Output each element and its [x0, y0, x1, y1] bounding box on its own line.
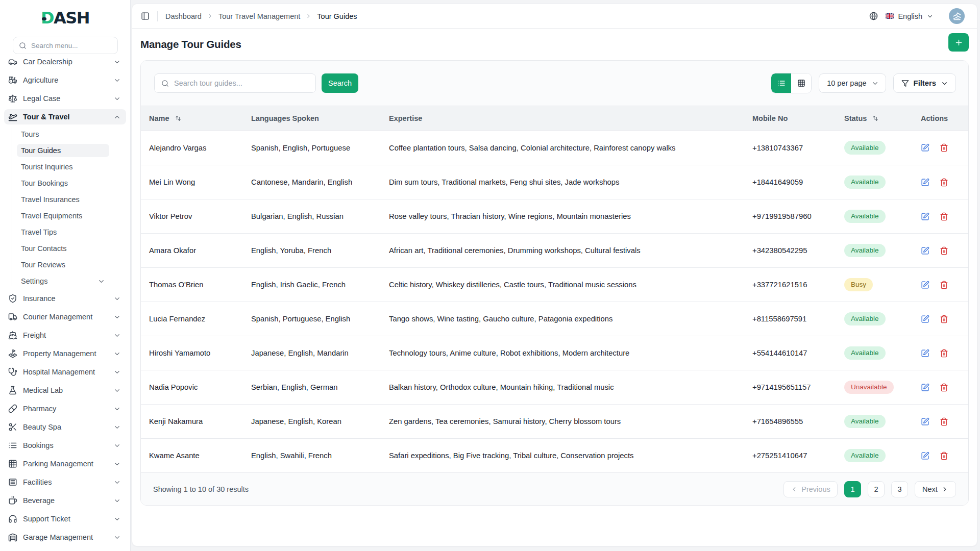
edit-pencil-icon [921, 212, 929, 221]
sidebar-item-agriculture[interactable]: Agriculture [4, 72, 126, 88]
subitem-label: Tour Guides [21, 146, 61, 155]
filters-button[interactable]: Filters [893, 73, 956, 93]
sidebar-item-insurance[interactable]: Insurance [4, 291, 126, 306]
nav-item-label: Agriculture [23, 76, 58, 84]
sidebar-search-input[interactable]: Search menu... [13, 37, 118, 54]
sidebar-subitem-travel-insurances[interactable]: Travel Insurances [17, 193, 109, 206]
page-button-3[interactable]: 3 [891, 481, 908, 497]
edit-button[interactable] [921, 417, 929, 426]
sidebar-subitem-travel-tips[interactable]: Travel Tips [17, 226, 109, 239]
search-button[interactable]: Search [322, 73, 358, 93]
edit-pencil-icon [921, 383, 929, 392]
sidebar-subitem-tours[interactable]: Tours [17, 128, 109, 141]
cell-status: Available [836, 244, 913, 258]
view-toggle [771, 73, 812, 93]
chevron-down-icon [113, 497, 121, 505]
sidebar-subitem-tour-guides[interactable]: Tour Guides [17, 144, 109, 157]
add-tour-guide-button[interactable] [948, 33, 969, 52]
breadcrumb-item-tour-travel-management[interactable]: Tour Travel Management [218, 12, 300, 20]
sidebar-item-bookings[interactable]: Bookings [4, 438, 126, 453]
sidebar-subitem-tourist-inquiries[interactable]: Tourist Inquiries [17, 160, 109, 173]
chevron-down-icon [113, 479, 121, 486]
delete-button[interactable] [940, 383, 948, 392]
sidebar-item-beauty-spa[interactable]: Beauty Spa [4, 419, 126, 435]
list-view-icon [777, 79, 786, 87]
chevron-down-icon [113, 313, 121, 321]
sidebar-item-tour-travel[interactable]: Tour & Travel [4, 109, 126, 124]
globe-icon[interactable] [869, 12, 878, 20]
sidebar-item-property-management[interactable]: Property Management [4, 346, 126, 361]
table-row-nadia-popovic: Nadia Popovic Serbian, English, German B… [141, 370, 968, 404]
sidebar-item-legal-case[interactable]: Legal Case [4, 91, 126, 106]
previous-page-button[interactable]: Previous [783, 481, 838, 497]
cell-languages: English, Swahili, French [243, 452, 381, 460]
sidebar-subitem-tour-contacts[interactable]: Tour Contacts [17, 242, 109, 255]
delete-button[interactable] [940, 246, 948, 255]
sidebar-subitem-travel-equipments[interactable]: Travel Equipments [17, 209, 109, 222]
sidebar-subitem-tour-reviews[interactable]: Tour Reviews [17, 258, 109, 271]
sidebar-item-beverage[interactable]: Beverage [4, 493, 126, 508]
nav-item-label: Tour & Travel [23, 113, 70, 121]
cell-expertise: Safari expeditions, Big Five tracking, T… [381, 452, 744, 460]
breadcrumb-item-dashboard[interactable]: Dashboard [165, 12, 202, 20]
per-page-select[interactable]: 10 per page [819, 73, 886, 93]
sidebar-item-support-ticket[interactable]: Support Ticket [4, 511, 126, 527]
cell-mobile: +18441649059 [744, 178, 836, 186]
ship-icon [8, 331, 17, 340]
edit-pencil-icon [921, 452, 929, 460]
edit-button[interactable] [921, 452, 929, 460]
delete-button[interactable] [940, 452, 948, 460]
edit-button[interactable] [921, 281, 929, 289]
edit-button[interactable] [921, 178, 929, 187]
delete-button[interactable] [940, 212, 948, 221]
sidebar-item-pharmacy[interactable]: Pharmacy [4, 401, 126, 416]
stethoscope-icon [8, 367, 17, 377]
delete-button[interactable] [940, 178, 948, 187]
sidebar-item-car-dealership[interactable]: Car Dealership [4, 54, 126, 69]
edit-button[interactable] [921, 246, 929, 255]
edit-button[interactable] [921, 349, 929, 358]
sort-icon[interactable] [872, 115, 879, 122]
list-view-button[interactable] [771, 73, 791, 93]
delete-button[interactable] [940, 349, 948, 358]
sidebar-toggle-icon[interactable] [141, 12, 150, 20]
page-button-1[interactable]: 1 [844, 481, 861, 497]
delete-button[interactable] [940, 417, 948, 426]
sidebar-item-freight[interactable]: Freight [4, 328, 126, 343]
avatar[interactable] [949, 8, 965, 24]
main-area: Dashboard Tour Travel Management Tour Gu… [131, 0, 980, 551]
sidebar-item-parking-management[interactable]: Parking Management [4, 456, 126, 471]
sidebar-item-facilities[interactable]: Facilities [4, 474, 126, 490]
topbar-divider [157, 11, 158, 21]
delete-button[interactable] [940, 315, 948, 323]
cell-name: Kenji Nakamura [141, 417, 243, 425]
sidebar-subitem-tour-bookings[interactable]: Tour Bookings [17, 177, 109, 190]
language-selector[interactable]: English [886, 12, 934, 20]
edit-button[interactable] [921, 143, 929, 152]
sidebar-item-medical-lab[interactable]: Medical Lab [4, 383, 126, 398]
filters-label: Filters [914, 79, 936, 87]
sidebar-item-garage-management[interactable]: Garage Management [4, 530, 126, 545]
breadcrumb-item-tour-guides[interactable]: Tour Guides [317, 12, 357, 20]
delete-button[interactable] [940, 281, 948, 289]
tour-guides-search-input[interactable]: Search tour guides... [154, 73, 316, 93]
edit-button[interactable] [921, 383, 929, 392]
delete-button[interactable] [940, 143, 948, 152]
next-page-button[interactable]: Next [915, 481, 956, 497]
breadcrumb: Dashboard Tour Travel Management Tour Gu… [165, 12, 357, 20]
page-button-2[interactable]: 2 [868, 481, 885, 497]
edit-button[interactable] [921, 315, 929, 323]
sort-icon[interactable] [175, 115, 182, 122]
edit-button[interactable] [921, 212, 929, 221]
grid-view-button[interactable] [791, 73, 811, 93]
sidebar-item-hospital-management[interactable]: Hospital Management [4, 364, 126, 380]
status-badge: Available [844, 415, 886, 429]
column-header-label: Expertise [389, 114, 422, 122]
trash-icon [940, 178, 948, 187]
table-row-amara-okafor: Amara Okafor English, Yoruba, French Afr… [141, 233, 968, 267]
sidebar-item-courier-management[interactable]: Courier Management [4, 309, 126, 324]
sidebar-subitem-settings[interactable]: Settings [17, 274, 109, 288]
trash-icon [940, 246, 948, 255]
chevron-down-icon [113, 442, 121, 449]
subitem-label: Tour Bookings [21, 179, 68, 187]
